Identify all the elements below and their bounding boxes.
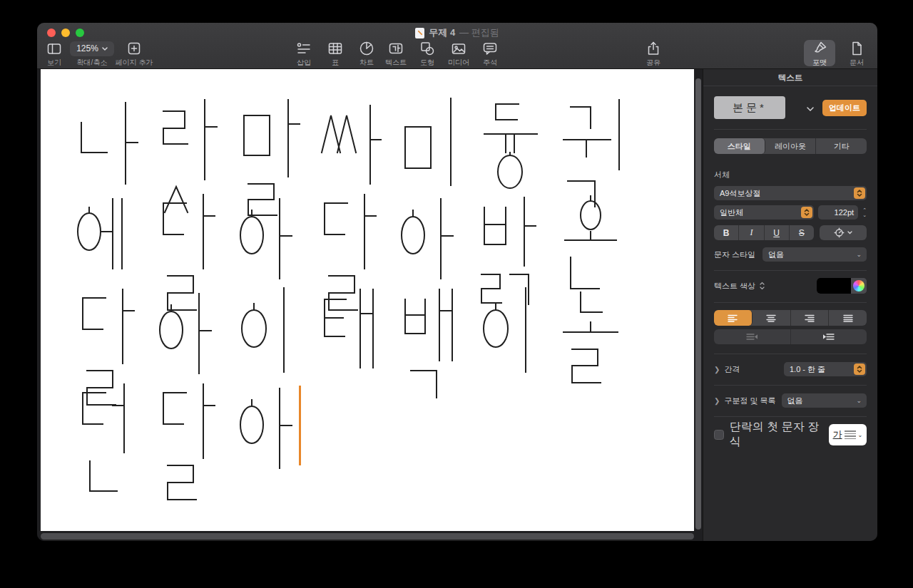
window-title-bar: 무제 4 — 편집됨 bbox=[37, 26, 877, 40]
pie-chart-icon bbox=[358, 40, 375, 57]
tab-layout[interactable]: 레이아웃 bbox=[765, 138, 817, 154]
char-style-label: 문자 스타일 bbox=[714, 249, 755, 260]
media-icon bbox=[450, 40, 467, 57]
document-page[interactable] bbox=[41, 69, 694, 531]
comment-icon bbox=[481, 40, 499, 57]
align-center-button[interactable] bbox=[753, 310, 791, 326]
align-left-button[interactable] bbox=[714, 310, 753, 326]
align-right-button[interactable] bbox=[791, 310, 830, 326]
dropcap-lines-icon bbox=[845, 430, 856, 439]
format-sidebar: 텍스트 본문* 업데이트 스타일 레이아웃 기타 서체 A9석보상절 bbox=[703, 69, 877, 541]
divider bbox=[714, 354, 867, 354]
spacing-label: 간격 bbox=[724, 364, 740, 375]
pages-window: 무제 4 — 편집됨 보기 125% 확대/축소 페이지 추가 삽입 표 bbox=[37, 23, 877, 541]
up-down-chevrons-icon bbox=[759, 282, 765, 290]
table-icon bbox=[327, 40, 344, 57]
divider bbox=[714, 385, 867, 386]
color-wheel-icon bbox=[853, 280, 864, 292]
insert-icon bbox=[295, 40, 312, 57]
bullets-label: 구분점 및 목록 bbox=[724, 396, 775, 406]
chart-button[interactable]: 차트 bbox=[351, 40, 382, 68]
dropcap-preview-char: 가 bbox=[833, 428, 842, 441]
paragraph-style-preview[interactable]: 본문* bbox=[714, 96, 785, 119]
chevron-down-icon: ⌄ bbox=[858, 432, 863, 438]
document-page-icon bbox=[848, 40, 865, 57]
align-justify-button[interactable] bbox=[829, 310, 867, 326]
text-button[interactable]: 텍스트 bbox=[380, 40, 412, 68]
chevron-down-icon: ⌄ bbox=[856, 251, 862, 258]
advanced-options-button[interactable] bbox=[820, 225, 867, 240]
dropcap-style-button[interactable]: 가 ⌄ bbox=[829, 424, 867, 445]
font-size-stepper[interactable]: ⌃⌄ bbox=[862, 208, 867, 217]
add-page-button[interactable]: 페이지 추가 bbox=[114, 40, 154, 68]
underline-button[interactable]: U bbox=[765, 225, 790, 240]
strikethrough-button[interactable]: S bbox=[790, 225, 814, 240]
gear-icon bbox=[834, 227, 845, 238]
disclosure-chevron-icon[interactable]: ❯ bbox=[714, 366, 720, 373]
format-buttons: B I U S bbox=[714, 225, 814, 240]
insert-button[interactable]: 삽입 bbox=[288, 40, 320, 68]
increase-indent-button[interactable] bbox=[791, 329, 867, 344]
disclosure-chevron-icon[interactable]: ❯ bbox=[714, 397, 720, 405]
zoom-dropdown[interactable]: 125% bbox=[70, 41, 114, 56]
document-text bbox=[41, 69, 694, 531]
tab-more[interactable]: 기타 bbox=[816, 138, 867, 154]
indent-buttons bbox=[714, 329, 867, 344]
share-button[interactable]: 공유 bbox=[638, 40, 669, 68]
stepper-icon[interactable] bbox=[854, 187, 865, 199]
window-title: 무제 4 bbox=[429, 26, 455, 39]
text-color-control[interactable] bbox=[817, 278, 867, 294]
vertical-scrollbar[interactable] bbox=[695, 78, 701, 530]
style-tabs: 스타일 레이아웃 기타 bbox=[714, 138, 867, 154]
divider bbox=[714, 302, 867, 303]
bold-button[interactable]: B bbox=[714, 225, 739, 240]
bullets-dropdown[interactable]: 없음 ⌄ bbox=[782, 393, 867, 408]
divider bbox=[714, 416, 867, 417]
shape-button[interactable]: 도형 bbox=[412, 40, 443, 68]
divider bbox=[714, 270, 867, 271]
char-style-dropdown[interactable]: 없음 ⌄ bbox=[762, 247, 867, 262]
sidebar-header: 텍스트 bbox=[703, 69, 877, 86]
chevron-down-icon bbox=[847, 231, 852, 234]
tab-style[interactable]: 스타일 bbox=[714, 138, 765, 154]
chevron-down-icon: ⌄ bbox=[856, 397, 862, 404]
add-page-icon bbox=[126, 40, 143, 57]
document-icon bbox=[415, 28, 424, 38]
italic-button[interactable]: I bbox=[739, 225, 764, 240]
style-chevron-down-icon[interactable] bbox=[807, 101, 814, 114]
chevron-down-icon bbox=[102, 47, 108, 51]
table-button[interactable]: 표 bbox=[320, 40, 351, 68]
update-style-button[interactable]: 업데이트 bbox=[822, 100, 867, 116]
shapes-icon bbox=[419, 40, 436, 57]
format-button[interactable]: 포맷 bbox=[804, 40, 835, 66]
current-color-swatch[interactable] bbox=[817, 278, 851, 294]
share-icon bbox=[645, 40, 662, 57]
font-style-dropdown[interactable]: 일반체 bbox=[714, 205, 814, 220]
stepper-icon[interactable] bbox=[801, 207, 812, 218]
font-size-field[interactable]: 122pt bbox=[818, 205, 858, 220]
sidebar-panel-icon bbox=[46, 40, 63, 57]
horizontal-scrollbar[interactable] bbox=[41, 533, 694, 540]
divider bbox=[714, 129, 867, 130]
text-box-icon bbox=[387, 40, 404, 57]
stepper-icon[interactable] bbox=[854, 363, 865, 375]
paintbrush-icon bbox=[811, 40, 828, 57]
decrease-indent-button[interactable] bbox=[714, 329, 791, 344]
alignment-buttons bbox=[714, 310, 867, 326]
toolbar: 무제 4 — 편집됨 보기 125% 확대/축소 페이지 추가 삽입 표 bbox=[37, 23, 877, 69]
dropcap-label: 단락의 첫 문자 장식 bbox=[730, 420, 829, 450]
text-cursor bbox=[299, 386, 301, 465]
zoom-control[interactable]: 125% 확대/축소 bbox=[70, 40, 114, 68]
window-title-edited: — 편집됨 bbox=[459, 26, 499, 39]
font-section-label: 서체 bbox=[714, 170, 867, 180]
dropcap-checkbox[interactable] bbox=[714, 430, 724, 440]
text-color-label: 텍스트 색상 bbox=[714, 281, 755, 292]
media-button[interactable]: 미디어 bbox=[443, 40, 474, 68]
color-wheel-button[interactable] bbox=[851, 278, 867, 294]
spacing-dropdown[interactable]: 1.0 - 한 줄 bbox=[784, 362, 867, 376]
font-family-dropdown[interactable]: A9석보상절 bbox=[714, 186, 867, 200]
document-settings-button[interactable]: 문서 bbox=[841, 40, 872, 68]
comment-button[interactable]: 주석 bbox=[474, 40, 506, 68]
paragraph-style-row: 본문* 업데이트 bbox=[714, 96, 867, 119]
view-button[interactable]: 보기 bbox=[39, 40, 70, 68]
